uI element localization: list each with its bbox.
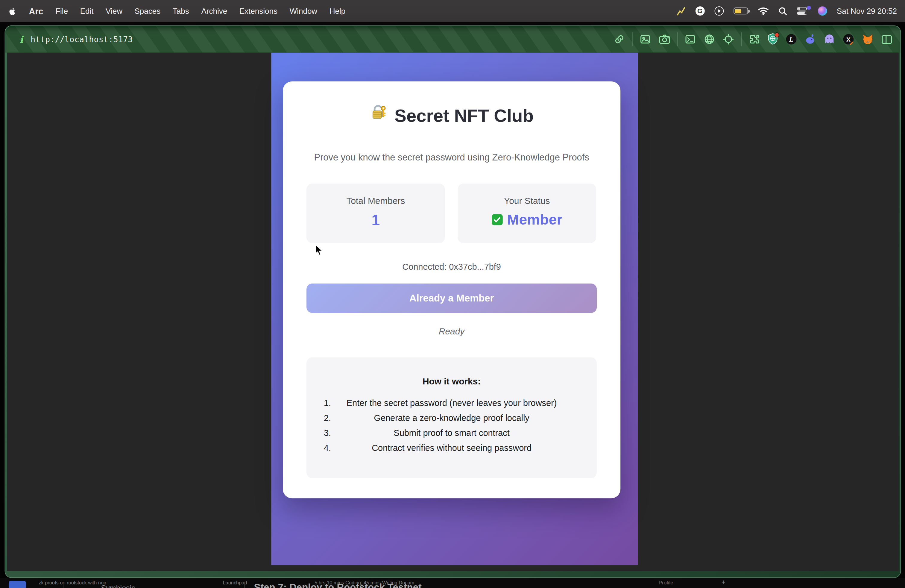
- page-title: Secret NFT Club: [283, 103, 621, 129]
- metamask-fox-icon[interactable]: [861, 33, 873, 46]
- globe-icon[interactable]: [703, 33, 716, 46]
- menu-item-extensions[interactable]: Extensions: [240, 6, 278, 15]
- member-status-value: Member: [457, 211, 596, 228]
- notification-dot: [774, 32, 779, 37]
- image-icon[interactable]: [639, 33, 651, 46]
- toolbar-divider: [741, 32, 741, 46]
- site-info-icon[interactable]: i: [20, 34, 23, 45]
- camera-icon[interactable]: [658, 33, 671, 46]
- how-step-4: 4.Contract verifies without seeing passw…: [306, 440, 597, 455]
- already-member-button[interactable]: Already a Member: [306, 283, 597, 313]
- toolbar-divider: [632, 32, 633, 46]
- menu-item-tabs[interactable]: Tabs: [173, 6, 189, 15]
- stat-label: Your Status: [457, 196, 596, 206]
- blue-tab-badge[interactable]: [9, 581, 26, 588]
- how-step-2: 2.Generate a zero-knowledge proof locall…: [306, 410, 597, 426]
- secret-nft-club-card: Secret NFT Club Prove you know the secre…: [283, 81, 621, 498]
- grammarly-icon[interactable]: G: [695, 6, 705, 16]
- menu-item-edit[interactable]: Edit: [80, 6, 94, 15]
- wifi-icon[interactable]: [758, 7, 769, 15]
- toolbar-divider: [677, 32, 678, 46]
- bg-tiny-text-mid: Launchpad: [223, 579, 247, 585]
- play-circle-icon[interactable]: [714, 6, 724, 16]
- how-it-works-title: How it works:: [306, 376, 597, 387]
- siri-icon[interactable]: [818, 6, 827, 16]
- menu-app-name[interactable]: Arc: [29, 6, 43, 16]
- x-app-icon[interactable]: X: [842, 33, 855, 46]
- battery-icon[interactable]: [734, 8, 748, 14]
- menu-bar-clock[interactable]: Sat Nov 29 20:52: [837, 6, 897, 15]
- puzzle-icon[interactable]: [748, 33, 761, 46]
- url-bar[interactable]: i http://localhost:5173: [20, 34, 133, 45]
- stocks-icon[interactable]: [676, 6, 686, 15]
- your-status-box: Your Status Member: [457, 184, 596, 243]
- total-members-box: Total Members 1: [306, 184, 445, 243]
- total-members-value: 1: [306, 211, 445, 229]
- control-center-icon[interactable]: [797, 7, 808, 15]
- bg-profile-text: Profile: [658, 579, 673, 585]
- bg-step-heading: Step 7: Deploy to Rootstock Testnet: [254, 582, 422, 588]
- shield-privacy-icon[interactable]: [767, 33, 779, 46]
- bg-symbiosis-text: Symbiosis: [101, 584, 135, 588]
- apple-logo-icon[interactable]: [8, 6, 17, 16]
- arc-browser-window: i http://localhost:5173: [5, 25, 901, 578]
- search-icon[interactable]: [778, 6, 787, 15]
- page-subtitle: Prove you know the secret password using…: [283, 151, 621, 164]
- menu-item-archive[interactable]: Archive: [201, 6, 227, 15]
- bg-tiny-text-left: zk proofs on rootstock with noir: [39, 579, 106, 585]
- page-title-text: Secret NFT Club: [394, 103, 533, 129]
- background-window-strip: zk proofs on rootstock with noir Launchp…: [0, 578, 905, 588]
- how-step-1: 1.Enter the secret password (never leave…: [306, 396, 597, 410]
- menu-item-file[interactable]: File: [56, 6, 68, 15]
- script-l-icon[interactable]: L: [785, 33, 797, 46]
- check-icon: [491, 214, 502, 225]
- page-background: Secret NFT Club Prove you know the secre…: [271, 52, 638, 565]
- stat-label: Total Members: [306, 196, 445, 206]
- menu-item-view[interactable]: View: [106, 6, 122, 15]
- terminal-icon[interactable]: [684, 33, 696, 46]
- connected-address: Connected: 0x37cb...7bf9: [283, 262, 621, 272]
- lock-with-key-icon: [370, 103, 388, 129]
- macos-menu-bar: Arc File Edit View Spaces Tabs Archive E…: [0, 0, 905, 22]
- menu-item-spaces[interactable]: Spaces: [135, 6, 161, 15]
- url-text[interactable]: http://localhost:5173: [30, 35, 133, 44]
- mouse-cursor: [315, 244, 324, 259]
- screen: Arc File Edit View Spaces Tabs Archive E…: [0, 0, 905, 588]
- menu-item-help[interactable]: Help: [330, 6, 346, 15]
- menu-item-window[interactable]: Window: [290, 6, 318, 15]
- phantom-ghost-icon[interactable]: [823, 33, 835, 46]
- bg-divider: [244, 582, 245, 588]
- sidebar-toggle-icon[interactable]: [880, 33, 893, 46]
- link-icon[interactable]: [613, 33, 626, 46]
- bg-plus-text: +: [722, 578, 725, 585]
- browser-toolbar: i http://localhost:5173: [5, 26, 900, 53]
- how-step-3: 3.Submit proof to smart contract: [306, 426, 597, 440]
- crosshair-icon[interactable]: [722, 33, 735, 46]
- how-it-works-box: How it works: 1.Enter the secret passwor…: [306, 358, 597, 478]
- bg-divider: [63, 582, 64, 588]
- status-text: Ready: [283, 326, 621, 337]
- blue-bunny-icon[interactable]: [804, 33, 816, 46]
- browser-viewport: Secret NFT Club Prove you know the secre…: [7, 52, 899, 571]
